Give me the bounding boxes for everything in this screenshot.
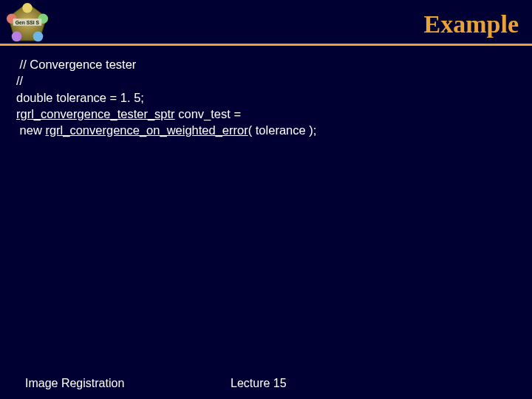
- logo-band-text: Gen SSI S: [16, 20, 40, 25]
- pentagon-star-icon: Gen SSI S: [6, 1, 49, 44]
- footer-left: Image Registration: [25, 377, 124, 390]
- logo-badge: Gen SSI S: [6, 1, 49, 44]
- code-line-3: double tolerance = 1. 5;: [16, 89, 517, 106]
- code-underline-2: rgrl_convergence_on_weighted_error: [45, 123, 248, 137]
- code-underline-1: rgrl_convergence_tester_sptr: [16, 107, 175, 120]
- code-line-4: rgrl_convergence_tester_sptr conv_test =: [16, 106, 517, 122]
- code-line-2: //: [16, 72, 517, 89]
- svg-point-4: [12, 32, 22, 42]
- code-tail-4: conv_test =: [175, 107, 241, 120]
- slide-title: Example: [424, 10, 519, 38]
- footer-mid: Lecture 15: [231, 377, 287, 390]
- slide-header: Gen SSI S Example: [0, 0, 532, 46]
- code-line-1: // Convergence tester: [16, 56, 517, 72]
- code-tail-5: ( tolerance );: [248, 123, 317, 137]
- code-head-5: new: [16, 123, 45, 137]
- svg-point-1: [22, 3, 33, 13]
- svg-point-3: [33, 32, 44, 42]
- code-line-5: new rgrl_convergence_on_weighted_error( …: [16, 122, 517, 138]
- code-block: // Convergence tester // double toleranc…: [0, 46, 532, 138]
